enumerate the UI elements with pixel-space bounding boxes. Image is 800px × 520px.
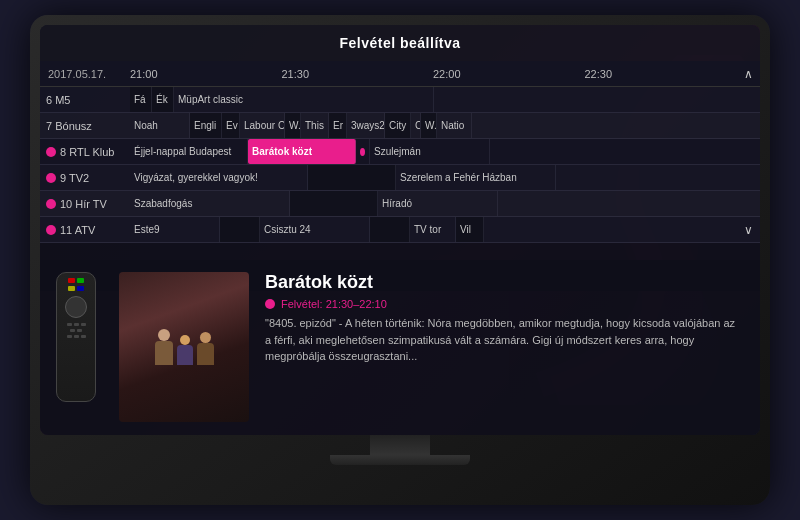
- recording-dot: [265, 299, 275, 309]
- person-3: [197, 332, 214, 365]
- remote-small-buttons2: [70, 329, 82, 332]
- prog-cell[interactable]: 3ways2: [347, 113, 385, 138]
- recording-time: Felvétel: 21:30–22:10: [281, 298, 387, 310]
- prog-cell[interactable]: Er: [329, 113, 347, 138]
- time-2200: 22:00: [433, 68, 461, 80]
- prog-cell[interactable]: Ék: [152, 87, 174, 112]
- epg-container: 2017.05.17. 21:00 21:30 22:00 22:30 ∧ 6 …: [40, 61, 760, 291]
- channel-7-bonusz: 7 Bónusz: [40, 120, 130, 132]
- person-head: [200, 332, 211, 343]
- thumb-scene: [119, 272, 249, 422]
- person-1: [155, 329, 173, 365]
- remote-small-btn[interactable]: [74, 335, 79, 338]
- prog-cell-szerelem[interactable]: Szerelem a Fehér Házban: [396, 165, 556, 190]
- prog-cell-sulejman[interactable]: Szulejmán: [370, 139, 490, 164]
- prog-cell[interactable]: Engli: [190, 113, 222, 138]
- channel-9-tv2: 9 TV2: [40, 172, 130, 184]
- prog-cell-hirado[interactable]: Híradó: [378, 191, 498, 216]
- header-title: Felvétel beállítva: [339, 35, 460, 51]
- remote-color-buttons2: [68, 286, 84, 291]
- remote-green-button[interactable]: [77, 278, 84, 283]
- show-description: "8405. epizód" - A héten történik: Nóra …: [265, 315, 744, 365]
- prog-cell[interactable]: [308, 165, 396, 190]
- prog-cell-ejjel[interactable]: Éjjel-nappal Budapest: [130, 139, 248, 164]
- remote-small-btn[interactable]: [74, 323, 79, 326]
- prog-cell-baratok[interactable]: Barátok közt: [248, 139, 356, 164]
- remote-small-btn[interactable]: [70, 329, 75, 332]
- remote-small-btn[interactable]: [67, 335, 72, 338]
- remote-bottom-buttons: [67, 335, 86, 338]
- channel-6-m5: 6 M5: [40, 94, 130, 106]
- time-slots: 21:00 21:30 22:00 22:30: [130, 61, 736, 86]
- programs-tv2: Vigyázat, gyerekkel vagyok! Szerelem a F…: [130, 165, 736, 190]
- time-2100: 21:00: [130, 68, 158, 80]
- person-2: [177, 335, 193, 365]
- tv-frame: Felvétel beállítva 2017.05.17. 21:00 21:…: [30, 15, 770, 505]
- epg-row-bonusz: 7 Bónusz Noah Engli Ev Labour O W. This …: [40, 113, 760, 139]
- prog-cell-this[interactable]: This: [301, 113, 329, 138]
- show-thumbnail: [119, 272, 249, 422]
- channel-8-rtlklub: 8 RTL Klub: [40, 146, 130, 158]
- channel-10-hirtv: 10 Hír TV: [40, 198, 130, 210]
- prog-cell[interactable]: [220, 217, 260, 242]
- tv-stand-base: [330, 455, 470, 465]
- remote-dpad[interactable]: [65, 296, 87, 318]
- recording-icon: [46, 199, 56, 209]
- programs-m5: Fá Ék MüpArt classic: [130, 87, 736, 112]
- show-info: Barátok közt Felvétel: 21:30–22:10 "8405…: [265, 272, 744, 423]
- prog-cell[interactable]: [290, 191, 378, 216]
- recording-icon: [46, 147, 56, 157]
- progress-dot: [360, 148, 365, 156]
- remote-small-buttons: [67, 323, 86, 326]
- date-label: 2017.05.17.: [40, 68, 130, 80]
- scroll-down-button[interactable]: ∨: [736, 223, 760, 237]
- epg-row-tv2: 9 TV2 Vigyázat, gyerekkel vagyok! Szerel…: [40, 165, 760, 191]
- prog-cell[interactable]: C: [411, 113, 421, 138]
- channel-11-atv: 11 ATV: [40, 224, 130, 236]
- person-body: [155, 341, 173, 365]
- remote-small-btn[interactable]: [77, 329, 82, 332]
- prog-cell[interactable]: Labour O: [240, 113, 285, 138]
- scroll-up-button[interactable]: ∧: [736, 67, 760, 81]
- recording-icon: [46, 173, 56, 183]
- remote-yellow-button[interactable]: [68, 286, 75, 291]
- prog-cell-mupart[interactable]: MüpArt classic: [174, 87, 434, 112]
- remote-small-btn[interactable]: [67, 323, 72, 326]
- programs-bonusz: Noah Engli Ev Labour O W. This Er 3ways2…: [130, 113, 736, 138]
- programs-hirtv: Szabadfogás Híradó: [130, 191, 736, 216]
- epg-row-rtlklub: 8 RTL Klub Éjjel-nappal Budapest Barátok…: [40, 139, 760, 165]
- people-silhouettes: [155, 329, 214, 365]
- programs-rtlklub: Éjjel-nappal Budapest Barátok közt Szule…: [130, 139, 736, 164]
- prog-cell-csisztu[interactable]: Csisztu 24: [260, 217, 370, 242]
- prog-cell-vigyazat[interactable]: Vigyázat, gyerekkel vagyok!: [130, 165, 308, 190]
- screen-background: Felvétel beállítva 2017.05.17. 21:00 21:…: [40, 25, 760, 435]
- prog-cell-tvtor[interactable]: TV tor: [410, 217, 456, 242]
- header-bar: Felvétel beállítva: [40, 25, 760, 61]
- epg-row-atv: 11 ATV Este9 Csisztu 24 TV tor Vil ∨: [40, 217, 760, 243]
- remote-small-btn[interactable]: [81, 335, 86, 338]
- tv-screen: Felvétel beállítva 2017.05.17. 21:00 21:…: [40, 25, 760, 435]
- remote-red-button[interactable]: [68, 278, 75, 283]
- prog-cell-dot: [356, 139, 370, 164]
- person-head: [158, 329, 170, 341]
- prog-cell-este9[interactable]: Este9: [130, 217, 220, 242]
- prog-cell[interactable]: Noah: [130, 113, 190, 138]
- prog-cell[interactable]: [370, 217, 410, 242]
- remote-blue-button[interactable]: [77, 286, 84, 291]
- show-title: Barátok közt: [265, 272, 744, 293]
- remote-small-btn[interactable]: [81, 323, 86, 326]
- prog-cell[interactable]: W.: [421, 113, 437, 138]
- time-row: 2017.05.17. 21:00 21:30 22:00 22:30 ∧: [40, 61, 760, 87]
- prog-cell[interactable]: Fá: [130, 87, 152, 112]
- recording-time-row: Felvétel: 21:30–22:10: [265, 298, 744, 310]
- recording-icon: [46, 225, 56, 235]
- prog-cell[interactable]: Ev: [222, 113, 240, 138]
- prog-cell[interactable]: Natio: [437, 113, 472, 138]
- prog-cell-city[interactable]: City: [385, 113, 411, 138]
- prog-cell-vil[interactable]: Vil: [456, 217, 484, 242]
- prog-cell[interactable]: W.: [285, 113, 301, 138]
- prog-cell-szabad[interactable]: Szabadfogás: [130, 191, 290, 216]
- remote-control: [56, 272, 96, 402]
- time-2130: 21:30: [282, 68, 310, 80]
- programs-atv: Este9 Csisztu 24 TV tor Vil: [130, 217, 736, 242]
